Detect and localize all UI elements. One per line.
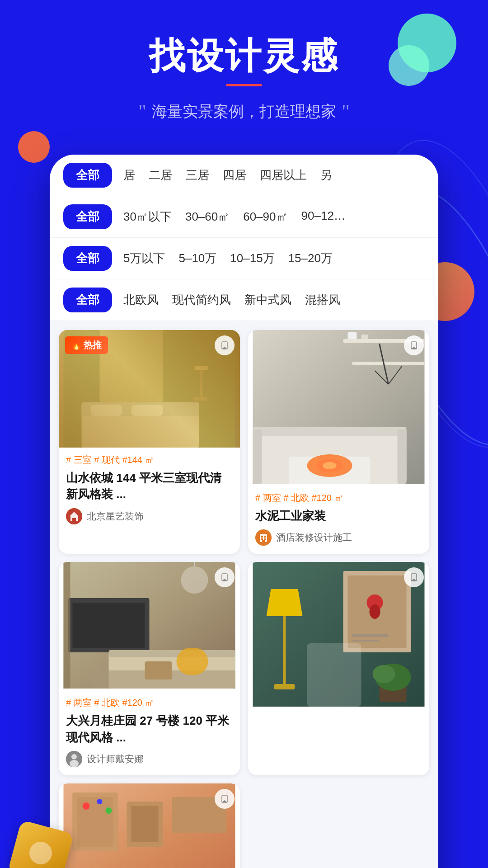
- listing-card-3[interactable]: # 两室 # 北欧 #120 ㎡ 大兴月桂庄园 27 号楼 120 平米现代风格…: [59, 562, 240, 775]
- card2-author-name: 酒店装修设计施工: [276, 531, 352, 544]
- card3-image-wrapper: [59, 562, 240, 690]
- card1-body: # 三室 # 现代 #144 ㎡ 山水依城 144 平米三室现代清新风格装 ..…: [59, 448, 240, 533]
- svg-point-26: [323, 462, 337, 469]
- filter-area-30below[interactable]: 30㎡以下: [123, 209, 172, 225]
- masonry-grid: 🔥 热推 # 三室 # 现代 #144 ㎡ 山水依城 144 平米三室现代清新风…: [59, 330, 429, 868]
- bottom-gold-decoration: [14, 826, 68, 868]
- svg-point-75: [83, 802, 90, 810]
- svg-rect-6: [91, 405, 122, 416]
- filter-style-chinese[interactable]: 新中式风: [244, 292, 291, 308]
- filter-all-budget[interactable]: 全部: [63, 246, 112, 271]
- card1-bookmark[interactable]: [215, 335, 235, 355]
- card1-title: 山水依城 144 平米三室现代清新风格装 ...: [66, 470, 233, 503]
- filter-budget-5-10[interactable]: 5–10万: [178, 250, 216, 266]
- svg-point-77: [106, 807, 112, 814]
- svg-rect-10: [194, 397, 207, 401]
- hot-badge: 🔥 热推: [65, 336, 108, 354]
- header: 找设计灵感 " 海量实景案例，打造理想家 ": [0, 0, 488, 141]
- svg-rect-3: [100, 330, 163, 420]
- filter-all-style[interactable]: 全部: [63, 288, 112, 312]
- gold-box: [8, 820, 74, 868]
- fire-icon: 🔥: [71, 340, 81, 350]
- filter-tag-3ju[interactable]: 三居: [186, 167, 209, 183]
- filter-tag-2ju[interactable]: 二居: [149, 167, 172, 183]
- svg-point-57: [370, 604, 380, 619]
- card3-image: [59, 562, 240, 690]
- svg-rect-65: [352, 634, 389, 637]
- card2-image-wrapper: [248, 330, 429, 486]
- header-subtitle: " 海量实景案例，打造理想家 ": [18, 100, 470, 123]
- gold-box-inner: [27, 840, 54, 867]
- card3-tags: # 两室 # 北欧 #120 ㎡: [66, 697, 233, 709]
- filter-tag-4ju[interactable]: 四居: [223, 167, 246, 183]
- svg-rect-33: [261, 536, 263, 538]
- filter-section: 全部 居 二居 三居 四居 四居以上 另 全部 30㎡以下 30–60㎡ 60–…: [50, 155, 438, 321]
- listing-card-5[interactable]: [59, 783, 240, 868]
- svg-rect-37: [262, 540, 265, 542]
- card2-author-avatar: [255, 529, 272, 546]
- quote-close-icon: ": [342, 100, 350, 123]
- svg-rect-20: [253, 427, 407, 436]
- listing-card-4[interactable]: [248, 562, 429, 775]
- filter-area-30-60[interactable]: 30–60㎡: [185, 209, 230, 225]
- card4-image: [248, 562, 429, 708]
- svg-rect-60: [274, 684, 295, 689]
- svg-rect-5: [82, 402, 199, 416]
- svg-rect-36: [264, 538, 266, 540]
- filter-tags-room-type: 居 二居 三居 四居 四居以上 另: [123, 167, 425, 183]
- listing-card-1[interactable]: 🔥 热推 # 三室 # 现代 #144 ㎡ 山水依城 144 平米三室现代清新风…: [59, 330, 240, 554]
- svg-rect-34: [264, 536, 266, 538]
- svg-rect-66: [352, 640, 380, 642]
- filter-row-area: 全部 30㎡以下 30–60㎡ 60–90㎡ 90–12…: [50, 196, 438, 238]
- card1-author: 北京星艺装饰: [66, 508, 233, 524]
- svg-point-51: [71, 754, 77, 760]
- filter-style-nordic[interactable]: 北欧风: [123, 292, 159, 308]
- svg-rect-44: [109, 650, 235, 657]
- quote-open-icon: ": [138, 100, 146, 123]
- filter-style-modern[interactable]: 现代简约风: [172, 292, 231, 308]
- filter-all-room-type[interactable]: 全部: [63, 163, 112, 188]
- card3-author-avatar: [66, 751, 82, 767]
- svg-rect-35: [261, 538, 263, 540]
- card5-image: [59, 783, 240, 868]
- filter-style-mixed[interactable]: 混搭风: [305, 292, 340, 308]
- phone-container: 全部 居 二居 三居 四居 四居以上 另 全部 30㎡以下 30–60㎡ 60–…: [50, 155, 438, 868]
- card5-bookmark[interactable]: [215, 789, 235, 809]
- page-title: 找设计灵感: [18, 36, 470, 76]
- svg-rect-72: [131, 806, 159, 842]
- card2-title: 水泥工业家装: [255, 508, 422, 524]
- filter-tags-style: 北欧风 现代简约风 新中式风 混搭风: [123, 292, 425, 308]
- svg-rect-48: [177, 648, 208, 675]
- filter-budget-10-15[interactable]: 10–15万: [230, 250, 274, 266]
- card1-author-name: 北京星艺装饰: [87, 510, 144, 523]
- hot-badge-text: 热推: [84, 339, 102, 351]
- card2-bookmark[interactable]: [404, 335, 424, 355]
- svg-rect-64: [307, 643, 361, 707]
- filter-tag-more[interactable]: 另: [320, 167, 332, 183]
- svg-marker-58: [267, 589, 303, 616]
- svg-rect-21: [253, 429, 262, 484]
- svg-rect-9: [200, 370, 203, 397]
- filter-budget-15-20[interactable]: 15–20万: [288, 250, 333, 266]
- filter-tag-4juplus[interactable]: 四居以上: [260, 167, 307, 183]
- filter-tags-budget: 5万以下 5–10万 10–15万 15–20万: [123, 250, 425, 266]
- card1-author-avatar: [66, 508, 82, 524]
- filter-all-area[interactable]: 全部: [63, 204, 112, 229]
- svg-point-52: [70, 760, 79, 767]
- filter-budget-5below[interactable]: 5万以下: [123, 250, 165, 266]
- svg-point-41: [181, 566, 208, 594]
- filter-tags-area: 30㎡以下 30–60㎡ 60–90㎡ 90–12…: [123, 209, 425, 225]
- svg-point-63: [373, 665, 395, 683]
- listing-card-2[interactable]: # 两室 # 北欧 #120 ㎡ 水泥工业家装: [248, 330, 429, 554]
- svg-rect-47: [145, 661, 172, 679]
- card2-body: # 两室 # 北欧 #120 ㎡ 水泥工业家装: [248, 486, 429, 554]
- filter-area-60-90[interactable]: 60–90㎡: [243, 209, 287, 225]
- filter-row-room-type: 全部 居 二居 三居 四居 四居以上 另: [50, 155, 438, 196]
- filter-area-90-120[interactable]: 90–12…: [301, 209, 346, 225]
- svg-rect-22: [398, 429, 407, 484]
- svg-rect-16: [352, 362, 425, 365]
- filter-tag-1ju[interactable]: 居: [123, 167, 135, 183]
- svg-rect-8: [195, 366, 208, 370]
- filter-row-budget: 全部 5万以下 5–10万 10–15万 15–20万: [50, 238, 438, 279]
- svg-rect-4: [82, 402, 199, 448]
